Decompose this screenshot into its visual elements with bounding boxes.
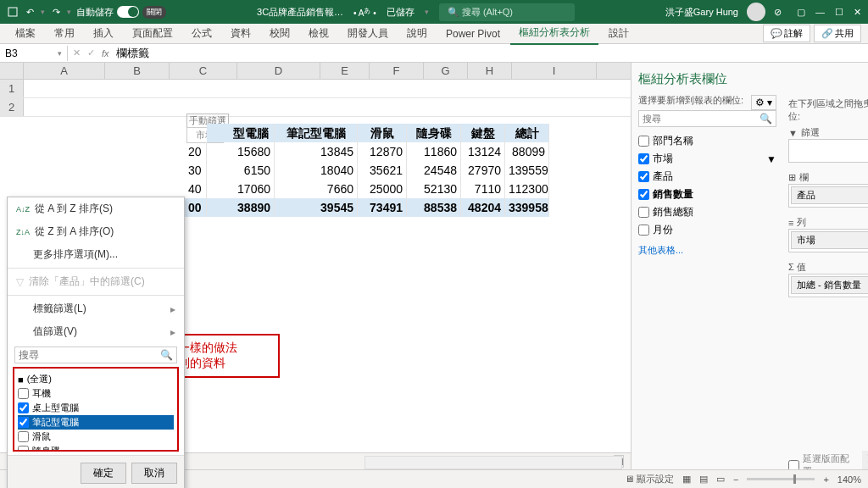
tab-powerpivot[interactable]: Power Pivot <box>437 25 509 43</box>
col-header[interactable]: G <box>424 63 468 79</box>
sheet-area: A B C D E F G H I 1 2 手動篩選 市場 型電腦 筆記型電腦 … <box>0 63 631 488</box>
select-all-corner[interactable] <box>0 63 24 79</box>
cancel-button[interactable]: 取消 <box>131 463 177 484</box>
field-item[interactable]: 產品 <box>638 168 776 186</box>
search-input[interactable]: 🔍 搜尋 (Alt+Q) <box>439 3 575 21</box>
pivot-col-headers: 型電腦 筆記型電腦 滑鼠 隨身碟 鍵盤 總計 <box>207 124 549 142</box>
save-icon[interactable] <box>7 6 19 18</box>
avatar[interactable] <box>747 3 765 21</box>
columns-area[interactable]: 產品▾ <box>788 184 868 208</box>
field-search[interactable]: 🔍 <box>638 110 776 127</box>
col-header[interactable]: H <box>468 63 512 79</box>
tab-review[interactable]: 校閱 <box>261 23 298 44</box>
clear-filter: ▽清除「產品」中的篩選(C) <box>8 270 184 293</box>
tab-formulas[interactable]: 公式 <box>183 23 220 44</box>
tab-pivot-analyze[interactable]: 樞紐分析表分析 <box>510 22 598 45</box>
tab-home[interactable]: 常用 <box>46 23 83 44</box>
cancel-formula-icon[interactable]: ✕ <box>73 47 81 58</box>
user-name[interactable]: 洪子盛Gary Hung <box>665 6 738 19</box>
view-layout-icon[interactable]: ▤ <box>699 474 708 485</box>
field-item[interactable]: 銷售總額 <box>638 203 776 221</box>
view-normal-icon[interactable]: ▦ <box>682 474 691 485</box>
minimize-icon[interactable]: — <box>815 7 825 18</box>
fx-icon[interactable]: fx <box>102 48 109 58</box>
ok-button[interactable]: 確定 <box>81 463 126 484</box>
col-header[interactable]: C <box>170 63 237 79</box>
tab-developer[interactable]: 開發人員 <box>339 23 397 44</box>
filter-item[interactable]: 隨身碟 <box>18 444 174 452</box>
col-header[interactable]: B <box>105 63 170 79</box>
filter-item[interactable]: 桌上型電腦 <box>18 401 174 415</box>
filter-checklist: ■(全選) 耳機 桌上型電腦 筆記型電腦 滑鼠 隨身碟 鍵盤 <box>13 367 179 452</box>
notification-icon[interactable]: ⊘ <box>774 7 782 18</box>
row-header[interactable]: 2 <box>0 98 24 116</box>
other-tables[interactable]: 其他表格... <box>638 244 776 257</box>
pivot-field-pane: 樞紐分析表欄位✕ 選擇要新增到報表的欄位: ⚙ ▾ 🔍 部門名稱 市場▼ 產品 … <box>631 63 868 488</box>
row-header[interactable]: 1 <box>0 80 24 97</box>
filter-item[interactable]: 耳機 <box>18 386 174 401</box>
autosave-toggle[interactable] <box>117 6 139 18</box>
zoom-level[interactable]: 140% <box>837 474 861 485</box>
comments-button[interactable]: 💬 註解 <box>763 25 810 42</box>
col-header[interactable]: E <box>320 63 370 79</box>
col-header[interactable]: I <box>512 63 597 79</box>
field-item[interactable]: 銷售數量 <box>638 186 776 203</box>
saved-state: 已儲存 <box>387 6 415 19</box>
fieldpane-title: 樞紐分析表欄位 <box>638 71 727 87</box>
value-filter[interactable]: 值篩選(V)▸ <box>8 320 184 343</box>
tab-help[interactable]: 說明 <box>398 23 436 44</box>
field-item[interactable]: 市場▼ <box>638 150 776 168</box>
rows-area[interactable]: 市場▾ <box>788 229 868 252</box>
tab-file[interactable]: 檔案 <box>7 23 44 44</box>
filter-area[interactable] <box>788 139 868 163</box>
values-area[interactable]: 加總 - 銷售數量▾ <box>788 274 868 297</box>
sort-za[interactable]: Z↓A從 Z 到 A 排序(O) <box>8 220 184 243</box>
tab-view[interactable]: 檢視 <box>300 23 337 44</box>
filter-item[interactable]: 滑鼠 <box>18 430 174 444</box>
hscroll[interactable] <box>364 456 622 469</box>
pivot-data: 20 15680 13845 12870 11860 13124 88099 3… <box>185 142 549 217</box>
filter-item[interactable]: ■(全選) <box>18 372 174 386</box>
share-button[interactable]: 🔗 共用 <box>814 25 861 42</box>
close-icon[interactable]: ✕ <box>854 7 861 18</box>
field-item[interactable]: 部門名稱 <box>638 132 776 150</box>
name-box[interactable]: B3▾ <box>0 46 68 61</box>
formula-value[interactable]: 欄標籤 <box>116 46 149 61</box>
zoom-slider[interactable] <box>747 478 815 480</box>
filter-menu: A↓Z從 A 到 Z 排序(S) Z↓A從 Z 到 A 排序(O) 更多排序選項… <box>7 197 185 488</box>
col-header[interactable]: D <box>237 63 320 79</box>
maximize-icon[interactable]: ☐ <box>835 7 843 18</box>
enter-formula-icon[interactable]: ✓ <box>87 47 95 58</box>
label-filter[interactable]: 標籤篩選(L)▸ <box>8 297 184 320</box>
gear-icon[interactable]: ⚙ ▾ <box>751 95 776 110</box>
more-sort[interactable]: 更多排序選項(M)... <box>8 243 184 266</box>
ribbon-mode-icon[interactable]: ▢ <box>797 7 805 18</box>
filter-icon: ▼ <box>766 153 776 165</box>
field-item[interactable]: 月份 <box>638 221 776 239</box>
zoom-in-icon[interactable]: + <box>823 474 828 485</box>
sort-az[interactable]: A↓Z從 A 到 Z 排序(S) <box>8 197 184 220</box>
filter-item[interactable]: 筆記型電腦 <box>18 415 174 430</box>
tab-data[interactable]: 資料 <box>222 23 259 44</box>
undo-icon[interactable]: ↶ <box>24 6 36 18</box>
redo-icon[interactable]: ↷ <box>50 6 62 18</box>
tab-layout[interactable]: 頁面配置 <box>124 23 181 44</box>
formula-bar: B3▾ ✕ ✓ fx 欄標籤 <box>0 44 868 63</box>
zoom-out-icon[interactable]: − <box>733 474 738 485</box>
doc-title: 3C品牌產品銷售報… <box>257 6 343 19</box>
ribbon-tabs: 檔案 常用 插入 頁面配置 公式 資料 校閱 檢視 開發人員 說明 Power … <box>0 24 868 44</box>
autosave-label: 自動儲存 <box>76 6 114 19</box>
filter-search[interactable]: 🔍 <box>14 347 177 363</box>
svg-rect-0 <box>8 8 17 16</box>
titlebar: ↶ ▾ ↷ ▾ 自動儲存 關閉 3C品牌產品銷售報… • Aあ • 已儲存▾ 🔍… <box>0 0 868 24</box>
tab-insert[interactable]: 插入 <box>85 23 122 44</box>
display-settings[interactable]: 🖥 顯示設定 <box>625 473 674 485</box>
tab-design[interactable]: 設計 <box>600 23 637 44</box>
view-pagebreak-icon[interactable]: ▭ <box>716 474 725 485</box>
col-header[interactable]: F <box>370 63 424 79</box>
col-header[interactable]: A <box>24 63 105 79</box>
